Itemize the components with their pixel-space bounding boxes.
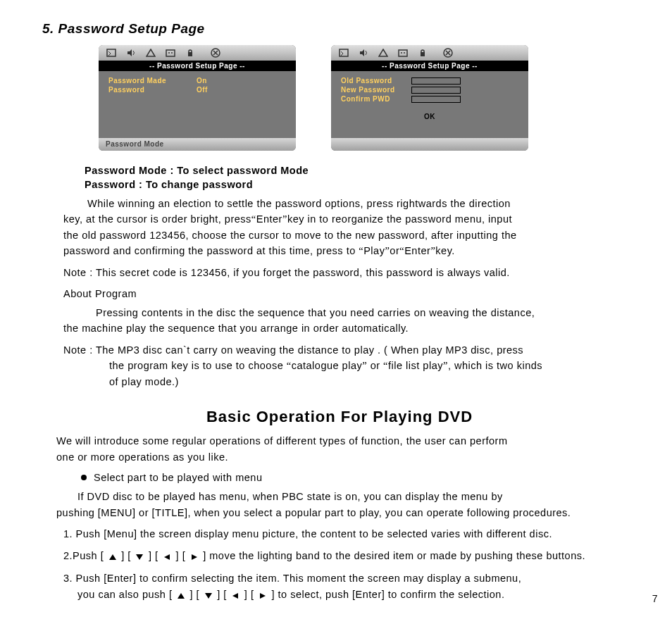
step-1: 1. Push [Menu] the screen display menu p…: [63, 526, 637, 542]
panel-title: -- Password Setup Page --: [331, 61, 528, 71]
text: ] to select, push [Enter] to confirm the…: [271, 589, 504, 600]
text: ] [: [121, 550, 131, 561]
row-label: Password: [108, 86, 175, 94]
new-password-label: New Password: [341, 86, 404, 94]
confirm-password-field[interactable]: [411, 96, 461, 103]
arrow-down-icon: [204, 587, 213, 604]
arrow-right-icon: [189, 549, 199, 565]
section-title: 5. Password Setup Page: [42, 21, 637, 37]
text: or: [390, 245, 399, 256]
text: , which is two kinds: [448, 360, 542, 371]
page-number: 7: [652, 593, 658, 604]
tab-password-icon: [185, 48, 196, 58]
instruction-paragraph: the old password 123456, choose the curs…: [63, 227, 637, 243]
arrow-left-icon: [162, 549, 172, 565]
panel-footer: Password Mode: [99, 138, 296, 151]
desc-password-mode: Password Mode : To select password Mode: [85, 165, 637, 176]
tab-audio-icon: [358, 48, 369, 58]
text: ] [: [176, 550, 186, 561]
intro-text: We will introduce some regular operation…: [56, 433, 637, 449]
svg-marker-16: [178, 593, 185, 599]
text: key, at the cursor is order bright, pres…: [63, 213, 251, 225]
text: you can also push [: [77, 589, 172, 600]
text: catalogue play: [292, 360, 363, 371]
bullet-text: Select part to be played with menu: [94, 472, 262, 483]
note-mp3: of play mode.): [109, 374, 637, 389]
about-program-text: the machine play the sequence that you a…: [63, 320, 637, 336]
note-mp3: Note : The MP3 disc can`t carry on weavi…: [63, 342, 637, 358]
arrow-up-icon: [176, 587, 186, 604]
svg-point-8: [401, 52, 402, 54]
step-3-sub: you can also push [ ] [ ] [ ] [ ] to sel…: [77, 587, 637, 604]
text: password and confirming the password at …: [63, 245, 356, 256]
tab-general-icon: [106, 48, 117, 58]
tab-exit-icon: [210, 48, 221, 58]
row-value: Off: [197, 86, 208, 94]
heading-basic-operation: Basic Operation For Playing DVD: [42, 408, 637, 426]
dvd-paragraph: If DVD disc to be played has menu, when …: [56, 489, 637, 504]
svg-marker-12: [109, 554, 116, 560]
old-password-label: Old Password: [341, 77, 404, 85]
text: Play: [363, 245, 385, 256]
svg-marker-13: [136, 554, 143, 560]
instruction-paragraph: password and confirming the password at …: [63, 243, 637, 258]
text: key in to reorganize the password menu, …: [287, 213, 512, 225]
tab-preference-icon: [397, 48, 409, 58]
svg-rect-10: [421, 52, 425, 56]
old-password-field[interactable]: [411, 77, 461, 85]
text: ] [: [190, 589, 200, 600]
text: Enter: [256, 213, 282, 225]
panel-body: Password Made On Password Off: [99, 71, 296, 138]
arrow-left-icon: [230, 587, 240, 604]
tab-exit-icon: [442, 48, 454, 58]
panel-tabs: [331, 45, 528, 61]
svg-rect-7: [399, 50, 407, 56]
panel-password-change: -- Password Setup Page -- Old Password N…: [331, 45, 528, 151]
note-text: Note : This secret code is 123456, if yo…: [63, 265, 637, 280]
confirm-password-label: Confirm PWD: [341, 95, 404, 103]
row-label: Password Made: [108, 77, 175, 85]
svg-marker-19: [260, 593, 266, 599]
desc-password: Password : To change password: [85, 179, 637, 190]
panel-tabs: [99, 45, 296, 61]
text: file list play: [388, 360, 443, 371]
tab-video-icon: [145, 48, 156, 58]
text: Enter: [404, 245, 430, 256]
svg-rect-1: [166, 50, 175, 56]
note-mp3: the program key is to use to choose “cat…: [109, 358, 637, 373]
menu-panels: -- Password Setup Page -- Password Made …: [99, 45, 637, 151]
text: or: [371, 360, 380, 371]
row-value: On: [197, 77, 207, 85]
dvd-paragraph: pushing [MENU] or [TITLE], when you sele…: [56, 505, 637, 520]
ok-button[interactable]: OK: [341, 113, 518, 120]
svg-marker-15: [192, 554, 197, 560]
panel-title: -- Password Setup Page --: [99, 61, 296, 71]
new-password-field[interactable]: [411, 87, 461, 94]
svg-marker-18: [232, 593, 238, 599]
text: key.: [435, 245, 455, 256]
svg-rect-4: [188, 52, 192, 56]
text: the program key is to use to choose: [109, 360, 283, 371]
text: While winning an election to settle the …: [87, 198, 511, 209]
tab-audio-icon: [125, 48, 137, 58]
text: 2.Push [: [63, 550, 104, 561]
arrow-up-icon: [108, 549, 118, 565]
bullet-icon: [81, 475, 87, 480]
panel-footer: .: [331, 138, 528, 151]
panel-password-mode: -- Password Setup Page -- Password Made …: [99, 45, 296, 151]
intro-text: one or more operations as you like.: [56, 449, 637, 465]
svg-marker-14: [164, 554, 170, 560]
bullet-item: Select part to be played with menu: [81, 472, 637, 483]
text: ] [: [217, 589, 227, 600]
text: ] [: [149, 550, 158, 561]
about-program-text: Pressing contents in the disc the sequen…: [63, 305, 637, 320]
svg-point-3: [171, 52, 173, 54]
instruction-paragraph: key, at the cursor is order bright, pres…: [63, 211, 637, 227]
tab-video-icon: [378, 48, 389, 58]
step-2: 2.Push [ ] [ ] [ ] [ ] move the lighting…: [63, 548, 637, 565]
svg-marker-17: [205, 593, 212, 599]
text: ] move the lighting band to the desired …: [203, 550, 585, 561]
tab-preference-icon: [165, 48, 176, 58]
svg-point-9: [404, 52, 405, 54]
tab-general-icon: [338, 48, 349, 58]
